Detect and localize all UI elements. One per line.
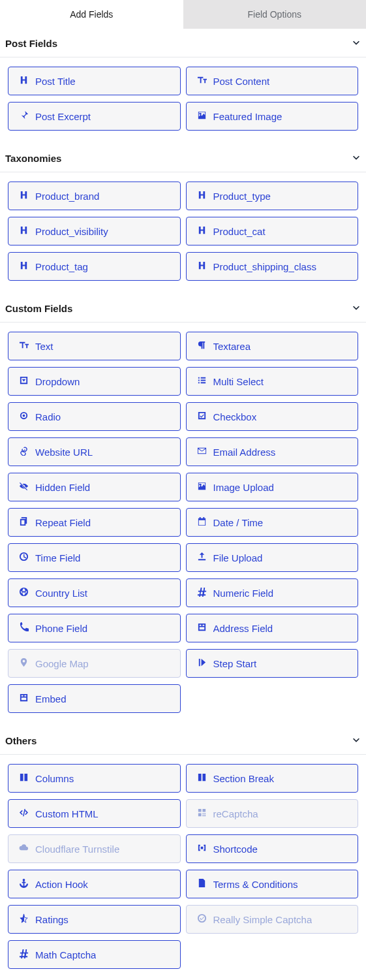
field-item-label: Checkbox — [213, 411, 257, 422]
field-item[interactable]: Embed — [8, 684, 181, 713]
field-item[interactable]: Hidden Field — [8, 473, 181, 501]
field-item[interactable]: Post Excerpt — [8, 102, 181, 131]
field-item[interactable]: Textarea — [186, 332, 359, 360]
field-item[interactable]: Country List — [8, 578, 181, 607]
field-item[interactable]: Phone Field — [8, 614, 181, 642]
field-item: Really Simple Captcha — [186, 905, 359, 934]
field-item-label: File Upload — [213, 552, 263, 563]
field-item-label: Columns — [35, 773, 74, 784]
chevron-down-icon — [352, 38, 361, 49]
field-item[interactable]: Product_shipping_class — [186, 252, 359, 281]
field-item-label: Product_cat — [213, 226, 266, 237]
pin-icon — [19, 657, 35, 669]
field-item[interactable]: Text — [8, 332, 181, 360]
field-item[interactable]: Math Captcha — [8, 940, 181, 969]
tab-label: Field Options — [248, 9, 301, 20]
field-item[interactable]: Image Upload — [186, 473, 359, 501]
field-item[interactable]: Product_cat — [186, 217, 359, 245]
cloud-icon — [19, 843, 35, 855]
field-item[interactable]: Date / Time — [186, 508, 359, 537]
chevron-down-icon — [352, 735, 361, 746]
field-item[interactable]: Time Field — [8, 543, 181, 572]
field-item-label: Time Field — [35, 552, 80, 563]
address-icon — [197, 622, 213, 634]
field-item-label: Really Simple Captcha — [213, 914, 313, 925]
field-item[interactable]: Step Start — [186, 649, 359, 678]
section-header[interactable]: Others — [0, 726, 366, 755]
field-item[interactable]: Repeat Field — [8, 508, 181, 537]
field-item[interactable]: Section Break — [186, 764, 359, 793]
image-icon — [197, 481, 213, 493]
anchor-icon — [19, 878, 35, 890]
tab-field-options[interactable]: Field Options — [183, 0, 367, 29]
field-item[interactable]: Radio — [8, 402, 181, 431]
field-item[interactable]: Post Content — [186, 67, 359, 95]
para-icon — [197, 340, 213, 352]
starhalf-icon — [19, 913, 35, 925]
field-item[interactable]: Checkbox — [186, 402, 359, 431]
field-item[interactable]: Product_visibility — [8, 217, 181, 245]
clock-icon — [19, 552, 35, 563]
field-item-label: Post Content — [213, 76, 270, 87]
textsize-icon — [19, 340, 35, 352]
field-item-label: Numeric Field — [213, 588, 274, 599]
check-icon — [197, 411, 213, 422]
field-item-label: Google Map — [35, 658, 89, 669]
heading-icon — [19, 190, 35, 202]
columns-icon — [19, 772, 35, 784]
section-header[interactable]: Taxonomies — [0, 144, 366, 172]
eyeoff-icon — [19, 481, 35, 493]
field-item-label: Product_brand — [35, 191, 99, 202]
address-icon — [19, 693, 35, 704]
code-icon — [19, 808, 35, 819]
field-item-label: Image Upload — [213, 482, 274, 493]
field-item[interactable]: File Upload — [186, 543, 359, 572]
field-item[interactable]: Featured Image — [186, 102, 359, 131]
field-item[interactable]: Custom HTML — [8, 799, 181, 828]
textsize-icon — [197, 75, 213, 87]
calendar-icon — [197, 516, 213, 528]
field-item-label: Email Address — [213, 447, 276, 458]
field-item-label: Post Title — [35, 76, 76, 87]
field-item[interactable]: Product_tag — [8, 252, 181, 281]
globe-icon — [19, 587, 35, 599]
field-item[interactable]: Dropdown — [8, 367, 181, 396]
section-title: Post Fields — [5, 38, 57, 49]
field-item: Cloudflare Turnstile — [8, 834, 181, 863]
field-item[interactable]: Shortcode — [186, 834, 359, 863]
section-header[interactable]: Custom Fields — [0, 294, 366, 323]
heading-icon — [197, 225, 213, 237]
section-title: Custom Fields — [5, 303, 72, 314]
field-item[interactable]: Numeric Field — [186, 578, 359, 607]
field-item[interactable]: Terms & Conditions — [186, 870, 359, 898]
field-item-label: Product_visibility — [35, 226, 108, 237]
field-item-label: Multi Select — [213, 376, 264, 387]
field-item[interactable]: Action Hook — [8, 870, 181, 898]
field-grid: TextTextareaDropdownMulti SelectRadioChe… — [0, 332, 366, 719]
heading-icon — [19, 225, 35, 237]
field-item[interactable]: Email Address — [186, 437, 359, 466]
chevron-down-icon — [352, 153, 361, 164]
field-grid: ColumnsSection BreakCustom HTMLreCaptcha… — [0, 764, 366, 975]
file-icon — [197, 878, 213, 890]
field-item[interactable]: Multi Select — [186, 367, 359, 396]
field-item[interactable]: Address Field — [186, 614, 359, 642]
field-item[interactable]: Post Title — [8, 67, 181, 95]
field-item[interactable]: Product_brand — [8, 182, 181, 210]
tab-add-fields[interactable]: Add Fields — [0, 0, 183, 29]
copy-icon — [19, 516, 35, 528]
link-icon — [19, 446, 35, 458]
field-item[interactable]: Product_type — [186, 182, 359, 210]
stepstart-icon — [197, 657, 213, 669]
section-title: Taxonomies — [5, 153, 61, 164]
section-header[interactable]: Post Fields — [0, 29, 366, 57]
field-item-label: Hidden Field — [35, 482, 90, 493]
field-grid: Post TitlePost ContentPost ExcerptFeatur… — [0, 67, 366, 137]
upload-icon — [197, 552, 213, 563]
field-item-label: Text — [35, 341, 53, 352]
field-item: reCaptcha — [186, 799, 359, 828]
field-item-label: Product_type — [213, 191, 271, 202]
field-item[interactable]: Ratings — [8, 905, 181, 934]
field-item[interactable]: Columns — [8, 764, 181, 793]
field-item[interactable]: Website URL — [8, 437, 181, 466]
